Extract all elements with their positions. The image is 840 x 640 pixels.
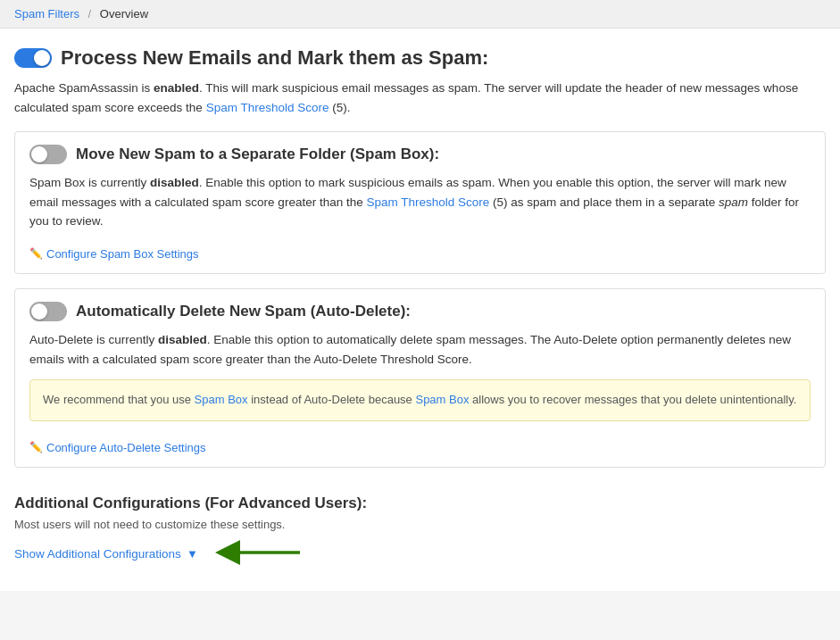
additional-description: Most users will not need to customize th… [14,518,826,531]
configure-autodelete-link[interactable]: ✏️ Configure Auto-Delete Settings [29,441,206,454]
spambox-description: Spam Box is currently disabled. Enable t… [29,173,811,231]
additional-section: Additional Configurations (For Advanced … [14,482,826,573]
green-arrow-annotation [211,540,318,568]
pencil-icon-autodelete: ✏️ [29,441,43,453]
process-description: Apache SpamAssassin is enabled. This wil… [14,79,826,117]
pencil-icon: ✏️ [29,247,43,260]
spam-threshold-link[interactable]: Spam Threshold Score [206,101,329,114]
process-section: Process New Emails and Mark them as Spam… [14,46,826,117]
process-heading: Process New Emails and Mark them as Spam… [61,46,488,70]
spambox-card: Move New Spam to a Separate Folder (Spam… [14,131,826,274]
show-additional-link[interactable]: Show Additional Configurations ▼ [14,547,198,561]
process-toggle[interactable] [14,48,52,68]
spambox-heading: Move New Spam to a Separate Folder (Spam… [76,145,439,163]
breadcrumb-bar: Spam Filters / Overview [0,0,840,29]
warning-spambox-link1[interactable]: Spam Box [195,393,248,406]
spambox-toggle[interactable] [29,145,67,164]
warning-spambox-link2[interactable]: Spam Box [415,393,469,406]
additional-heading: Additional Configurations (For Advanced … [14,495,826,512]
breadcrumb-current: Overview [100,7,148,21]
autodelete-heading: Automatically Delete New Spam (Auto-Dele… [76,303,411,320]
show-additional-label: Show Additional Configurations [14,547,181,561]
spambox-threshold-link[interactable]: Spam Threshold Score [366,195,489,209]
chevron-down-icon: ▼ [187,547,198,561]
autodelete-card: Automatically Delete New Spam (Auto-Dele… [14,288,826,468]
configure-spambox-link[interactable]: ✏️ Configure Spam Box Settings [29,247,199,261]
breadcrumb-separator: / [88,7,92,21]
breadcrumb-parent-link[interactable]: Spam Filters [14,7,79,21]
warning-box: We recommend that you use Spam Box inste… [29,379,811,421]
autodelete-description: Auto-Delete is currently disabled. Enabl… [29,330,811,369]
autodelete-toggle[interactable] [29,302,67,321]
